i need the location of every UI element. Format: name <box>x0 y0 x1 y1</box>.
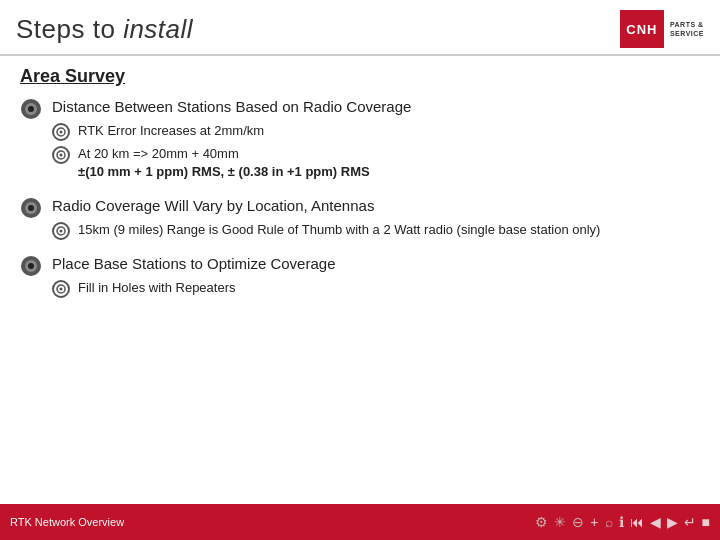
footer-label: RTK Network Overview <box>10 516 124 528</box>
sub-bullet-icon-1-1 <box>52 123 70 141</box>
bullet-text-1: Distance Between Stations Based on Radio… <box>52 97 700 117</box>
info-icon[interactable]: ℹ <box>619 514 624 530</box>
logo-red-box: CNH <box>620 10 664 48</box>
sub-bullet-icon-2-1 <box>52 222 70 240</box>
page-title: Steps to install <box>16 14 193 45</box>
sub-bullet-icon-1-2 <box>52 146 70 164</box>
svg-point-11 <box>28 205 34 211</box>
sub-bullet-text-1-1: RTK Error Increases at 2mm/km <box>78 122 264 140</box>
title-install: install <box>115 14 193 44</box>
gear-icon[interactable]: ⚙ <box>535 514 548 530</box>
bullet-content-3: Place Base Stations to Optimize Coverage… <box>52 254 700 302</box>
bullet-content-1: Distance Between Stations Based on Radio… <box>52 97 700 186</box>
plus-icon[interactable]: + <box>590 514 598 530</box>
logo-cnh-text: CNH <box>626 22 657 37</box>
sub-bullets-3: Fill in Holes with Repeaters <box>52 279 700 298</box>
logo-area: CNH PARTS & SERVICE <box>620 10 704 48</box>
sub-bullet-1-1: RTK Error Increases at 2mm/km <box>52 122 700 141</box>
svg-point-2 <box>28 106 34 112</box>
search-icon[interactable]: ⌕ <box>605 514 613 530</box>
section-title: Area Survey <box>20 66 700 87</box>
skip-back-icon[interactable]: ⏮ <box>630 514 644 530</box>
enter-icon[interactable]: ↵ <box>684 514 696 530</box>
logo-line2: SERVICE <box>670 29 704 38</box>
sub-bullet-icon-3-1 <box>52 280 70 298</box>
bullet-icon-3 <box>20 255 42 277</box>
svg-point-8 <box>60 154 63 157</box>
bullet-text-2: Radio Coverage Will Vary by Location, An… <box>52 196 700 216</box>
sub-bullet-1-2: At 20 km => 20mm + 40mm±(10 mm + 1 ppm) … <box>52 145 700 181</box>
main-content: Area Survey Distance Between Stations Ba… <box>0 56 720 504</box>
snowflake-icon[interactable]: ✳ <box>554 514 566 530</box>
footer: RTK Network Overview ⚙ ✳ ⊖ + ⌕ ℹ ⏮ ◀ ▶ ↵… <box>0 504 720 540</box>
bullet-item-3: Place Base Stations to Optimize Coverage… <box>20 254 700 302</box>
bullet-item-1: Distance Between Stations Based on Radio… <box>20 97 700 186</box>
next-icon[interactable]: ▶ <box>667 514 678 530</box>
sub-bullet-text-1-2: At 20 km => 20mm + 40mm±(10 mm + 1 ppm) … <box>78 145 370 181</box>
sub-bullets-1: RTK Error Increases at 2mm/km At 20 km =… <box>52 122 700 181</box>
bullet-content-2: Radio Coverage Will Vary by Location, An… <box>52 196 700 244</box>
bullet-icon-2 <box>20 197 42 219</box>
bullet-icon-1 <box>20 98 42 120</box>
sub-bullets-2: 15km (9 miles) Range is Good Rule of Thu… <box>52 221 700 240</box>
minus-circle-icon[interactable]: ⊖ <box>572 514 584 530</box>
logo-parts-service: PARTS & SERVICE <box>668 20 704 38</box>
sub-bullet-3-1: Fill in Holes with Repeaters <box>52 279 700 298</box>
footer-icons: ⚙ ✳ ⊖ + ⌕ ℹ ⏮ ◀ ▶ ↵ ■ <box>535 514 710 530</box>
title-steps: Steps to <box>16 14 115 44</box>
stop-icon[interactable]: ■ <box>702 514 710 530</box>
svg-point-14 <box>60 229 63 232</box>
svg-point-17 <box>28 263 34 269</box>
page: Steps to install CNH PARTS & SERVICE Are… <box>0 0 720 540</box>
header: Steps to install CNH PARTS & SERVICE <box>0 0 720 56</box>
sub-bullet-text-3-1: Fill in Holes with Repeaters <box>78 279 236 297</box>
bullet-item-2: Radio Coverage Will Vary by Location, An… <box>20 196 700 244</box>
prev-icon[interactable]: ◀ <box>650 514 661 530</box>
svg-point-5 <box>60 131 63 134</box>
sub-bullet-2-1: 15km (9 miles) Range is Good Rule of Thu… <box>52 221 700 240</box>
svg-point-20 <box>60 288 63 291</box>
sub-bullet-text-2-1: 15km (9 miles) Range is Good Rule of Thu… <box>78 221 600 239</box>
logo-line1: PARTS & <box>670 20 704 29</box>
bullet-text-3: Place Base Stations to Optimize Coverage <box>52 254 700 274</box>
